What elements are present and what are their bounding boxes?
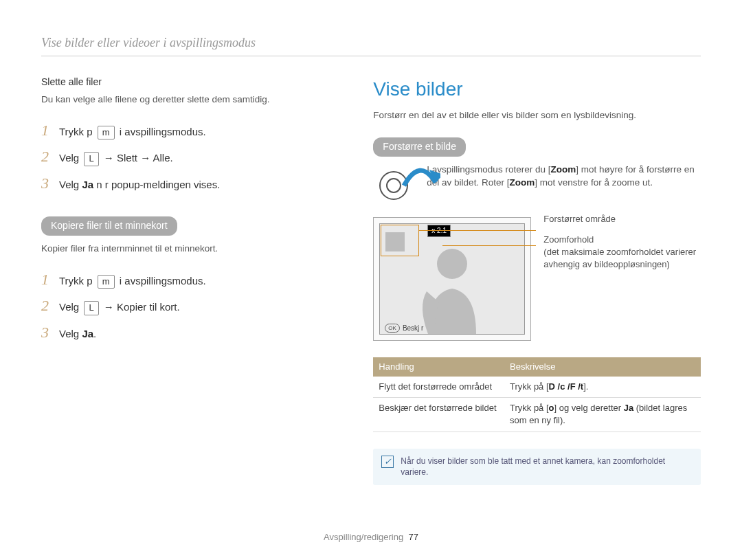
- zoom-dial-icon: [373, 164, 414, 205]
- cell-crop-desc: Trykk på [o] og velg deretter Ja (bildet…: [504, 398, 701, 432]
- step-text: n r popup-meldingen vises.: [96, 179, 220, 190]
- info-note: ✓ Når du viser bilder som ble tatt med e…: [373, 449, 701, 486]
- info-icon: ✓: [381, 456, 394, 468]
- intro-text: Forstørr en del av et bilde eller vis bi…: [373, 109, 701, 122]
- step-text: Velg: [59, 152, 79, 164]
- step-text: Velg: [59, 301, 79, 313]
- th-action: Handling: [373, 357, 504, 377]
- key-m: m: [98, 275, 115, 289]
- step-text: .: [93, 328, 96, 339]
- steps-copy: Trykk p m i avspillingsmodus. Velg L → K…: [41, 267, 339, 346]
- step-text: i avspillingsmodus.: [120, 275, 206, 287]
- step-text: → Kopier til kort.: [104, 301, 180, 313]
- step-text: Trykk p: [59, 126, 93, 137]
- zoom-key: Zoom: [509, 177, 535, 188]
- pill-copy-files: Kopiere filer til et minnekort: [41, 216, 177, 236]
- step-bold: Ja: [82, 179, 93, 190]
- step-text: Velg: [59, 179, 79, 190]
- zoom-description: I avspillingsmodus roterer du [Zoom] mot…: [427, 164, 701, 190]
- key-L: L: [84, 301, 98, 315]
- copy-body: Kopier filer fra internminnet til et min…: [41, 243, 339, 256]
- key-L: L: [84, 152, 98, 166]
- zoom-key: Zoom: [550, 164, 576, 175]
- cell-crop: Beskjær det forstørrede bildet: [373, 398, 504, 432]
- key-m: m: [98, 126, 115, 139]
- zoom-ratio-badge: x 2.1: [427, 225, 451, 237]
- svg-point-1: [387, 179, 401, 192]
- camera-screen-diagram: x 2.1 OK Beskj r: [373, 217, 531, 341]
- step-text: → Slett → Alle.: [104, 152, 173, 164]
- svg-point-2: [437, 249, 467, 279]
- label-zoom-ratio: Zoomforhold: [543, 234, 701, 246]
- steps-delete-all: Trykk p m i avspillingsmodus. Velg L → S…: [41, 117, 339, 197]
- actions-table: Handling Beskrivelse Flytt det forstørre…: [373, 357, 701, 432]
- step-bold: Ja: [82, 328, 93, 339]
- cell-move-area-desc: Trykk på [D /c /F /t].: [504, 377, 701, 398]
- th-description: Beskrivelse: [504, 357, 701, 377]
- label-zoom-ratio-sub: (det maksimale zoomforholdet varierer av…: [543, 246, 701, 271]
- delete-all-body: Du kan velge alle filene og deretter sle…: [41, 93, 339, 107]
- silhouette-icon: [414, 245, 490, 334]
- step-text: i avspillingsmodus.: [120, 126, 206, 137]
- zoom-area-indicator: [381, 225, 419, 256]
- label-enlarged-area: Forstørret område: [543, 213, 701, 225]
- title-vise-bilder: Vise bilder: [373, 76, 701, 102]
- breadcrumb: Vise bilder eller videoer i avspillingsm…: [41, 34, 701, 56]
- step-text: Trykk p: [59, 275, 93, 287]
- note-text: Når du viser bilder som ble tatt med et …: [401, 456, 693, 479]
- cell-move-area: Flytt det forstørrede området: [373, 377, 504, 398]
- ok-crop-label: OK Beskj r: [385, 324, 423, 333]
- step-text: Velg: [59, 328, 79, 339]
- page-footer: Avspilling/redigering 77: [0, 531, 742, 544]
- subhead-delete-all: Slette alle filer: [41, 76, 339, 89]
